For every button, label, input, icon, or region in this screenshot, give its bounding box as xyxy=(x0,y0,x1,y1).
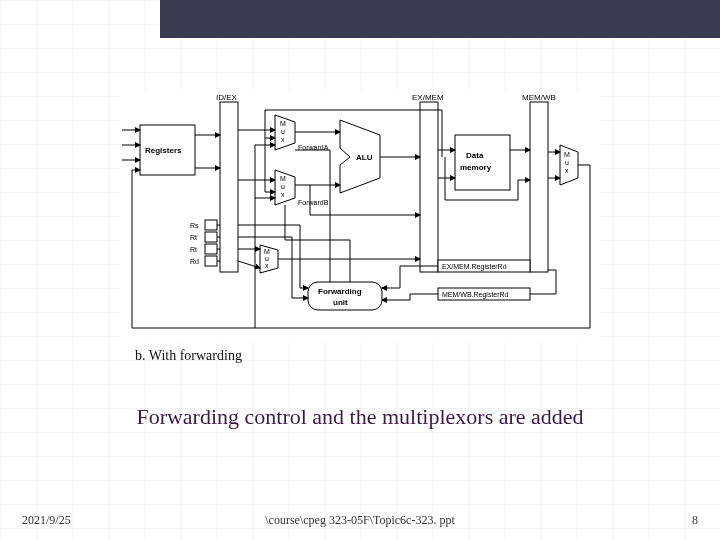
label-mux-a-u: u xyxy=(281,128,285,135)
main-caption: Forwarding control and the multiplexors … xyxy=(0,404,720,430)
label-fwd2: unit xyxy=(333,298,348,307)
label-fwd1: Forwarding xyxy=(318,287,362,296)
label-mux-a-m: M xyxy=(280,120,286,127)
label-mux-b-u: u xyxy=(281,183,285,190)
label-mux-rd-u: u xyxy=(265,255,269,262)
label-forward-b: ForwardB xyxy=(298,199,329,206)
label-rd: Rd xyxy=(190,258,199,265)
svg-rect-2 xyxy=(420,102,438,272)
label-mux-wb-x: x xyxy=(565,167,569,174)
label-alu: ALU xyxy=(356,153,373,162)
svg-rect-42 xyxy=(205,232,217,242)
label-mux-b-m: M xyxy=(280,175,286,182)
label-exmem-rd: EX/MEM.RegisterRd xyxy=(442,263,507,271)
label-mux-rd-m: M xyxy=(264,248,270,255)
svg-rect-1 xyxy=(220,102,238,272)
label-exmem: EX/MEM xyxy=(412,93,444,102)
label-memwb-rd: MEM/WB.RegisterRd xyxy=(442,291,509,299)
slide-header-bar xyxy=(160,0,720,38)
footer-path: \course\cpeg 323-05F\Topic6c-323. ppt xyxy=(0,513,720,528)
label-memwb: MEM/WB xyxy=(522,93,556,102)
label-mux-a-x: x xyxy=(281,136,285,143)
label-data-memory-2: memory xyxy=(460,163,492,172)
svg-rect-3 xyxy=(530,102,548,272)
subcaption-b: b. With forwarding xyxy=(135,348,242,364)
svg-rect-41 xyxy=(205,220,217,230)
label-rs: Rs xyxy=(190,222,199,229)
label-mux-rd-x: x xyxy=(265,262,269,269)
label-rt2: Rt xyxy=(190,246,197,253)
svg-rect-43 xyxy=(205,244,217,254)
label-registers: Registers xyxy=(145,146,182,155)
label-mux-wb-m: M xyxy=(564,151,570,158)
label-rt1: Rt xyxy=(190,234,197,241)
label-data-memory-1: Data xyxy=(466,151,484,160)
svg-rect-44 xyxy=(205,256,217,266)
label-mux-wb-u: u xyxy=(565,159,569,166)
pipeline-forwarding-diagram: ID/EX EX/MEM MEM/WB Registers M u x M u … xyxy=(120,90,600,340)
label-idex: ID/EX xyxy=(216,93,238,102)
footer-page-number: 8 xyxy=(692,513,698,528)
label-mux-b-x: x xyxy=(281,191,285,198)
